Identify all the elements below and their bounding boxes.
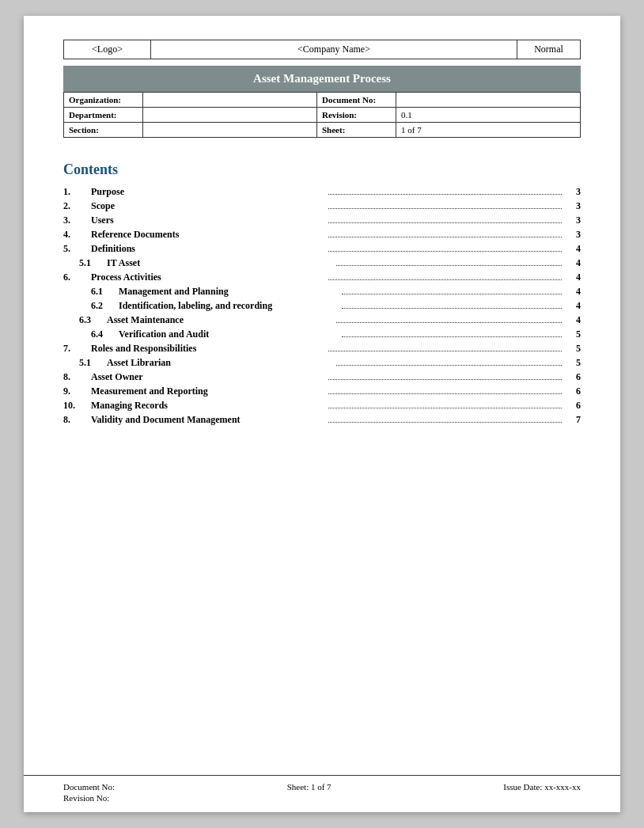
toc-item-1: 1. Purpose 3	[63, 186, 581, 198]
toc-page: 6	[565, 371, 581, 383]
sheet-value: 1 of 7	[396, 123, 581, 138]
section-value	[143, 123, 317, 138]
toc-page: 3	[565, 186, 581, 198]
toc-item-8: 8. Asset Owner 6	[63, 371, 581, 383]
footer-left: Document No: Revision No:	[63, 782, 115, 803]
toc-text: Management and Planning	[119, 286, 339, 298]
footer-issue-date: Issue Date: xx-xxx-xx	[503, 782, 581, 792]
info-row-3: Section: Sheet: 1 of 7	[64, 123, 581, 138]
toc-num: 3.	[63, 215, 91, 226]
toc-list: 1. Purpose 3 2. Scope 3 3. Users 3 4. Re…	[63, 186, 581, 426]
toc-item-6-1: 6.1 Management and Planning 4	[63, 286, 581, 298]
toc-text: Validity and Document Management	[91, 414, 325, 426]
toc-dots	[342, 294, 562, 294]
toc-page: 5	[565, 343, 581, 355]
style-cell: Normal	[517, 40, 581, 59]
toc-text: Roles and Responsibilities	[91, 343, 325, 355]
toc-item-8b: 8. Validity and Document Management 7	[63, 414, 581, 426]
toc-text: Process Activities	[91, 272, 325, 283]
toc-item-10: 10. Managing Records 6	[63, 400, 581, 412]
info-row-2: Department: Revision: 0.1	[64, 108, 581, 123]
toc-num: 4.	[63, 229, 91, 241]
toc-dots	[328, 351, 563, 351]
toc-page: 7	[565, 414, 581, 426]
footer-revno-label: Revision No:	[63, 793, 115, 803]
contents-heading: Contents	[63, 161, 581, 178]
toc-dots	[328, 194, 563, 195]
toc-num: 6.	[63, 272, 91, 283]
toc-page: 5	[565, 329, 581, 340]
section-label: Section:	[64, 123, 143, 138]
toc-page: 4	[565, 300, 581, 312]
toc-text: Asset Maintenance	[107, 314, 333, 326]
toc-dots	[336, 365, 563, 366]
toc-num: 10.	[63, 400, 91, 412]
toc-dots	[328, 279, 563, 280]
toc-item-7: 7. Roles and Responsibilities 5	[63, 343, 581, 355]
toc-item-6-4: 6.4 Verification and Audit 5	[63, 329, 581, 340]
toc-page: 4	[565, 257, 581, 269]
toc-dots	[328, 422, 563, 423]
toc-item-5: 5. Definitions 4	[63, 243, 581, 255]
toc-page: 6	[565, 400, 581, 412]
toc-text: Identification, labeling, and recording	[119, 300, 339, 312]
toc-dots	[328, 251, 563, 252]
toc-num: 6.1	[63, 286, 119, 298]
toc-item-4: 4. Reference Documents 3	[63, 229, 581, 241]
footer-center: Sheet: 1 of 7	[287, 782, 331, 803]
toc-num: 5.1	[63, 357, 107, 369]
toc-text: Verification and Audit	[119, 329, 339, 340]
document-title: Asset Management Process	[63, 66, 581, 92]
toc-text: IT Asset	[107, 257, 333, 269]
toc-dots	[328, 208, 563, 209]
footer-sheet: Sheet: 1 of 7	[287, 782, 331, 792]
footer-docno-label: Document No:	[63, 782, 115, 792]
toc-page: 5	[565, 357, 581, 369]
logo-cell: <Logo>	[64, 40, 151, 59]
toc-item-5-1b: 5.1 Asset Librarian 5	[63, 357, 581, 369]
toc-text: Managing Records	[91, 400, 325, 412]
org-value	[143, 93, 317, 108]
toc-item-9: 9. Measurement and Reporting 6	[63, 386, 581, 397]
toc-text: Users	[91, 215, 325, 226]
toc-item-6: 6. Process Activities 4	[63, 272, 581, 283]
toc-page: 3	[565, 200, 581, 212]
toc-num: 1.	[63, 186, 91, 198]
toc-dots	[328, 393, 563, 394]
toc-item-3: 3. Users 3	[63, 215, 581, 226]
toc-dots	[342, 308, 562, 309]
toc-text: Scope	[91, 200, 325, 212]
dept-label: Department:	[64, 108, 143, 123]
toc-page: 3	[565, 215, 581, 226]
toc-dots	[336, 322, 563, 323]
toc-num: 8.	[63, 414, 91, 426]
toc-page: 3	[565, 229, 581, 241]
toc-num: 6.3	[63, 314, 107, 326]
toc-num: 9.	[63, 386, 91, 397]
footer-row-1: Document No: Revision No: Sheet: 1 of 7 …	[63, 782, 581, 803]
toc-item-2: 2. Scope 3	[63, 200, 581, 212]
toc-item-5-1: 5.1 IT Asset 4	[63, 257, 581, 269]
toc-page: 4	[565, 243, 581, 255]
toc-page: 4	[565, 272, 581, 283]
info-table: Organization: Document No: Department: R…	[63, 92, 581, 138]
toc-dots	[328, 222, 563, 223]
company-cell: <Company Name>	[151, 40, 517, 59]
toc-item-6-2: 6.2 Identification, labeling, and record…	[63, 300, 581, 312]
footer-right: Issue Date: xx-xxx-xx	[503, 782, 581, 803]
toc-text: Definitions	[91, 243, 325, 255]
toc-num: 8.	[63, 371, 91, 383]
toc-page: 6	[565, 386, 581, 397]
toc-num: 6.4	[63, 329, 119, 340]
sheet-label: Sheet:	[317, 123, 396, 138]
toc-num: 5.	[63, 243, 91, 255]
header-table: <Logo> <Company Name> Normal	[63, 40, 581, 59]
toc-text: Purpose	[91, 186, 325, 198]
toc-page: 4	[565, 314, 581, 326]
page-content: <Logo> <Company Name> Normal Asset Manag…	[24, 16, 620, 812]
toc-text: Asset Owner	[91, 371, 325, 383]
info-row-1: Organization: Document No:	[64, 93, 581, 108]
toc-dots	[336, 265, 563, 266]
toc-dots	[328, 237, 563, 237]
toc-num: 2.	[63, 200, 91, 212]
